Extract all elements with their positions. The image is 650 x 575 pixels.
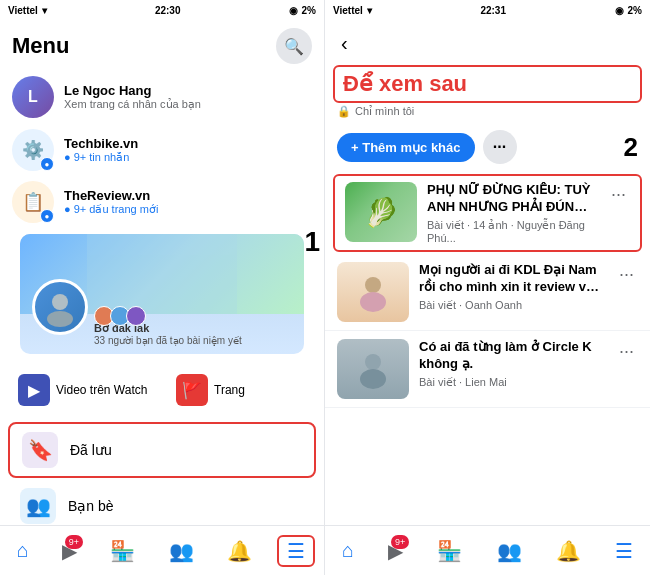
saved-content-1: Mọi người ai đi KDL Đại Nam rồi cho mình…	[419, 262, 605, 312]
page-sub-review: ● 9+ dấu trang mới	[64, 203, 158, 216]
left-panel: Viettel ▾ 22:30 ◉ 2% Menu 🔍 L Le Ngoc Ha…	[0, 0, 325, 575]
saved-item-2[interactable]: Có ai đã từng làm ở Circle K không ạ. Bà…	[325, 331, 650, 408]
cover-avatar	[32, 279, 88, 335]
profile-item[interactable]: L Le Ngoc Hang Xem trang cá nhân của bạn	[0, 70, 324, 124]
saved-title: Để xem sau	[343, 71, 632, 97]
saved-title-0: PHỤ NỮ ĐỪNG KIỀU: TUỲ ANH NHƯNG PHẢI ĐÚN…	[427, 182, 597, 216]
nav-home-left[interactable]: ⌂	[9, 535, 37, 566]
search-button[interactable]: 🔍	[276, 28, 312, 64]
menu-item-friends[interactable]: 👥 Bạn bè	[8, 480, 316, 525]
item-more-btn-1[interactable]: ···	[615, 262, 638, 287]
right-scroll: Để xem sau 🔒 Chỉ mình tôi + Thêm mục khá…	[325, 63, 650, 525]
saved-title-1: Mọi người ai đi KDL Đại Nam rồi cho mình…	[419, 262, 605, 296]
saved-content-2: Có ai đã từng làm ở Circle K không ạ. Bà…	[419, 339, 605, 389]
page-icon-review: 📋 ●	[12, 181, 54, 223]
bottom-nav-left: ⌂ ▶ 9+ 🏪 👥 🔔 ☰	[0, 525, 324, 575]
shortcut-pages-label: Trang	[214, 383, 245, 397]
nav-home-right[interactable]: ⌂	[334, 535, 362, 566]
saved-title-2: Có ai đã từng làm ở Circle K không ạ.	[419, 339, 605, 373]
notif-badge: ●	[40, 157, 54, 171]
time-right: 22:31	[480, 5, 506, 16]
status-bar-left: Viettel ▾ 22:30 ◉ 2%	[0, 0, 324, 20]
saved-meta-0: Bài viết · 14 ảnh · Nguyễn Đăng Phú...	[427, 219, 597, 244]
profile-sub: Xem trang cá nhân của bạn	[64, 98, 201, 111]
nav-bell-right[interactable]: 🔔	[548, 535, 589, 567]
lock-icon: 🔒	[337, 105, 351, 118]
page-item-review[interactable]: 📋 ● TheReview.vn ● 9+ dấu trang mới	[0, 176, 324, 228]
svg-point-2	[47, 311, 73, 327]
carrier-right: Viettel	[333, 5, 363, 16]
saved-content-0: PHỤ NỮ ĐỪNG KIỀU: TUỲ ANH NHƯNG PHẢI ĐÚN…	[427, 182, 597, 244]
market-nav-icon: 🏪	[110, 539, 135, 563]
menu-title: Menu	[12, 33, 69, 59]
shortcut-watch[interactable]: ▶ Video trên Watch	[8, 366, 158, 414]
notif-badge-review: ●	[40, 209, 54, 223]
nav-people-right[interactable]: 👥	[489, 535, 530, 567]
saved-item-0[interactable]: 🥬 PHỤ NỮ ĐỪNG KIỀU: TUỲ ANH NHƯNG PHẢI Đ…	[333, 174, 642, 252]
saved-label: Đã lưu	[70, 442, 112, 458]
nav-menu-left[interactable]: ☰	[277, 535, 315, 567]
food-thumb: 🥬	[345, 182, 417, 242]
item-more-btn-0[interactable]: ···	[607, 182, 630, 207]
watch-badge: 9+	[65, 535, 83, 549]
menu-icon-right: ☰	[615, 539, 633, 563]
saved-thumb-1	[337, 262, 409, 322]
right-header: ‹	[325, 20, 650, 63]
home-icon-right: ⌂	[342, 539, 354, 562]
nav-watch-right[interactable]: ▶ 9+	[380, 535, 411, 567]
avatar-initials: L	[28, 88, 38, 106]
menu-items-section: 🔖 Đã lưu 👥 Bạn bè Nhóm	[0, 422, 324, 525]
user-cover[interactable]: Bơ đak lak 33 người bạn đã tạo bài niệm …	[20, 234, 304, 354]
shortcuts: ▶ Video trên Watch 🚩 Trang	[0, 360, 324, 420]
page-sub-techbike: ● 9+ tin nhắn	[64, 151, 138, 164]
menu-item-saved[interactable]: 🔖 Đã lưu	[8, 422, 316, 478]
nav-people-left[interactable]: 👥	[161, 535, 202, 567]
right-panel: Viettel ▾ 22:31 ◉ 2% ‹ Để xem sau 🔒 Chỉ …	[325, 0, 650, 575]
saved-icon: 🔖	[22, 432, 58, 468]
bell-icon-right: 🔔	[556, 539, 581, 563]
saved-item-1[interactable]: Mọi người ai đi KDL Đại Nam rồi cho mình…	[325, 254, 650, 331]
time-left: 22:30	[155, 5, 181, 16]
search-icon: 🔍	[284, 37, 304, 56]
page-name-techbike: Techbike.vn	[64, 136, 138, 151]
saved-subtitle: 🔒 Chỉ mình tôi	[325, 105, 650, 126]
wifi-icon: ▾	[42, 5, 47, 16]
location-icon: ◉	[289, 5, 298, 16]
nav-market-right[interactable]: 🏪	[429, 535, 470, 567]
saved-meta-2: Bài viết · Lien Mai	[419, 376, 605, 389]
person2-thumb	[337, 339, 409, 399]
location-icon-right: ◉	[615, 5, 624, 16]
cover-desc: 33 người bạn đã tạo bài niệm yết	[94, 335, 242, 346]
svg-point-8	[360, 292, 386, 312]
badge-number-2: 2	[624, 132, 638, 163]
user-cover-card: Bơ đak lak 33 người bạn đã tạo bài niệm …	[8, 234, 316, 354]
market-icon-right: 🏪	[437, 539, 462, 563]
avatar: L	[12, 76, 54, 118]
menu-icon-nav: ☰	[287, 539, 305, 563]
page-item-techbike[interactable]: ⚙️ ● Techbike.vn ● 9+ tin nhắn	[0, 124, 324, 176]
nav-menu-right[interactable]: ☰	[607, 535, 641, 567]
status-bar-right: Viettel ▾ 22:31 ◉ 2%	[325, 0, 650, 20]
more-options-button[interactable]: ···	[483, 130, 517, 164]
nav-market-left[interactable]: 🏪	[102, 535, 143, 567]
item-more-btn-2[interactable]: ···	[615, 339, 638, 364]
wifi-icon-right: ▾	[367, 5, 372, 16]
saved-meta-1: Bài viết · Oanh Oanh	[419, 299, 605, 312]
nav-bell-left[interactable]: 🔔	[219, 535, 260, 567]
battery-left: 2%	[302, 5, 316, 16]
shortcut-pages[interactable]: 🚩 Trang	[166, 366, 316, 414]
add-button[interactable]: + Thêm mục khác	[337, 133, 475, 162]
pages-icon: 🚩	[176, 374, 208, 406]
svg-point-10	[360, 369, 386, 389]
carrier-left: Viettel	[8, 5, 38, 16]
person-thumb	[337, 262, 409, 322]
bottom-nav-right: ⌂ ▶ 9+ 🏪 👥 🔔 ☰	[325, 525, 650, 575]
saved-thumb-2	[337, 339, 409, 399]
svg-rect-0	[87, 234, 237, 314]
people-icon-right: 👥	[497, 539, 522, 563]
left-header: Menu 🔍	[0, 20, 324, 70]
nav-watch-left[interactable]: ▶ 9+	[54, 535, 85, 567]
back-button[interactable]: ‹	[337, 28, 352, 59]
friends-icon: 👥	[20, 488, 56, 524]
watch-icon: ▶	[18, 374, 50, 406]
